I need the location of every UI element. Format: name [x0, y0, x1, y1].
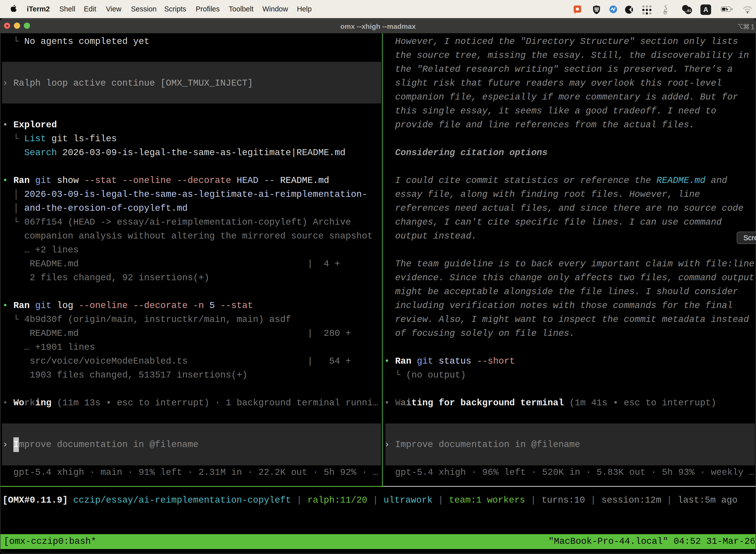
svg-text:..61: ..61: [685, 9, 691, 13]
